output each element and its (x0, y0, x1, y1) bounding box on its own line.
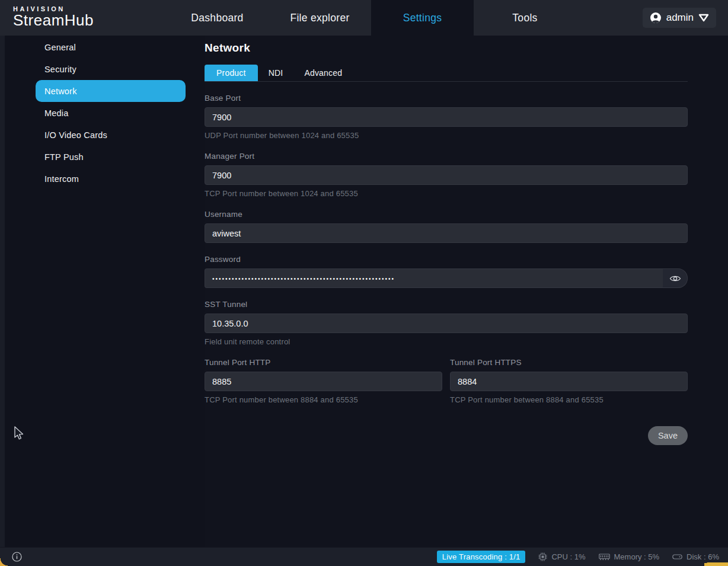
password-row (205, 268, 688, 288)
logo-product-name: StreamHub (13, 11, 166, 30)
sst-tunnel-help: Field unit remote control (205, 337, 688, 346)
disk-stat: Disk : 6% (672, 552, 719, 561)
nav-tab-settings[interactable]: Settings (371, 0, 474, 36)
password-label: Password (205, 255, 688, 264)
page-title: Network (205, 36, 688, 55)
nav-tab-tools[interactable]: Tools (474, 0, 576, 36)
tunnel-port-https-help: TCP Port number between 8884 and 65535 (450, 395, 688, 404)
settings-sidebar: General Security Network Media I/O Video… (0, 36, 205, 547)
sidebar-item-general[interactable]: General (36, 36, 186, 58)
manager-port-input[interactable] (205, 165, 688, 185)
base-port-label: Base Port (205, 94, 688, 103)
save-row: Save (205, 426, 688, 445)
memory-icon (599, 553, 610, 561)
tab-ndi[interactable]: NDI (258, 65, 294, 81)
cpu-icon (538, 552, 547, 561)
info-icon[interactable] (12, 552, 22, 562)
disk-stat-label: Disk : 6% (687, 552, 719, 561)
tunnel-port-http-group: Tunnel Port HTTP TCP Port number between… (205, 358, 442, 404)
tunnel-port-http-input[interactable] (205, 372, 442, 391)
eye-icon (669, 274, 681, 283)
live-transcoding-badge[interactable]: Live Transcoding : 1/1 (437, 551, 526, 563)
username-input[interactable] (205, 223, 688, 243)
username-label: Username (205, 210, 688, 219)
username-group: Username (205, 210, 688, 243)
sidebar-list: General Security Network Media I/O Video… (0, 36, 205, 190)
sst-tunnel-input[interactable] (205, 314, 688, 333)
cpu-stat: CPU : 1% (538, 552, 585, 561)
sidebar-edge-strip (0, 36, 5, 547)
sst-tunnel-group: SST Tunnel Field unit remote control (205, 300, 688, 346)
network-sub-tabs: Product NDI Advanced (205, 64, 688, 82)
chevron-down-icon (698, 14, 709, 22)
base-port-help: UDP Port number between 1024 and 65535 (205, 131, 688, 140)
disk-icon (672, 553, 682, 561)
base-port-input[interactable] (205, 107, 688, 127)
sidebar-item-media[interactable]: Media (36, 102, 186, 124)
network-settings-panel: Network Product NDI Advanced Base Port U… (205, 36, 688, 547)
corner-accent-left (0, 558, 8, 566)
status-metrics: Live Transcoding : 1/1 CPU : 1% Memory :… (437, 551, 719, 563)
base-port-group: Base Port UDP Port number between 1024 a… (205, 94, 688, 140)
status-bar: Live Transcoding : 1/1 CPU : 1% Memory :… (0, 547, 728, 566)
manager-port-help: TCP Port number between 1024 and 65535 (205, 189, 688, 198)
tunnel-port-http-label: Tunnel Port HTTP (205, 358, 442, 367)
sidebar-item-network[interactable]: Network (36, 80, 186, 102)
sidebar-item-intercom[interactable]: Intercom (36, 168, 186, 190)
manager-port-group: Manager Port TCP Port number between 102… (205, 152, 688, 198)
sidebar-item-security[interactable]: Security (36, 58, 186, 80)
toggle-password-visibility-button[interactable] (663, 268, 688, 288)
tunnel-ports-row: Tunnel Port HTTP TCP Port number between… (205, 358, 688, 404)
tunnel-port-https-label: Tunnel Port HTTPS (450, 358, 688, 367)
tunnel-port-http-help: TCP Port number between 8884 and 65535 (205, 395, 442, 404)
memory-stat: Memory : 5% (599, 552, 660, 561)
user-avatar-icon (650, 12, 662, 24)
app-logo: HAIVISION StreamHub (0, 0, 166, 36)
password-group: Password (205, 255, 688, 288)
top-navigation-bar: HAIVISION StreamHub Dashboard File explo… (0, 0, 728, 36)
nav-tab-dashboard[interactable]: Dashboard (166, 0, 269, 36)
manager-port-label: Manager Port (205, 152, 688, 161)
tab-advanced[interactable]: Advanced (293, 65, 353, 81)
tunnel-port-https-group: Tunnel Port HTTPS TCP Port number betwee… (450, 358, 688, 404)
memory-stat-label: Memory : 5% (614, 552, 660, 561)
sidebar-item-ftp-push[interactable]: FTP Push (36, 146, 186, 168)
tunnel-port-https-input[interactable] (450, 372, 688, 391)
nav-tab-file-explorer[interactable]: File explorer (269, 0, 371, 36)
user-menu-button[interactable]: admin (643, 8, 716, 28)
sst-tunnel-label: SST Tunnel (205, 300, 688, 309)
sidebar-item-io-video-cards[interactable]: I/O Video Cards (36, 124, 186, 146)
tab-product[interactable]: Product (205, 65, 258, 81)
save-button[interactable]: Save (648, 426, 688, 445)
password-input[interactable] (205, 268, 663, 288)
corner-accent-right (704, 562, 728, 566)
cpu-stat-label: CPU : 1% (551, 552, 585, 561)
nav-user-area: admin (576, 0, 728, 36)
user-name-label: admin (666, 12, 694, 24)
